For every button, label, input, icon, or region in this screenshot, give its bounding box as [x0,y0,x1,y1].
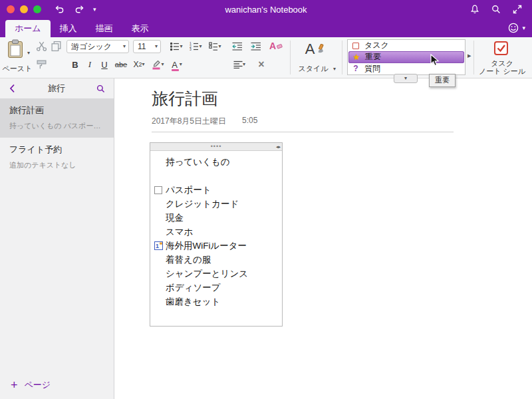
tag-item-important[interactable]: ★ 重要 [348,51,464,63]
note-line-text[interactable]: スマホ [166,226,193,238]
paragraph-alignment-button[interactable]: ▾ [229,58,249,71]
titlebar-actions [469,0,523,19]
note-line[interactable]: シャンプーとリンス [150,267,282,281]
highlight-color-button[interactable]: ▾ [149,58,167,71]
feedback-smiley-button[interactable]: ▾ [507,22,525,34]
note-line[interactable]: 着替えの服 [150,253,282,267]
note-line[interactable]: 歯磨きセット [150,295,282,309]
tag-item-task[interactable]: タスク [348,40,465,51]
subscript-button[interactable]: X2 ▾ [131,58,147,71]
note-line-text[interactable]: 海外用WiFiルーター [166,240,247,252]
window-controls [7,5,41,13]
task-note-seal-button[interactable] [493,40,509,56]
todo-checkbox[interactable] [154,186,162,194]
format-painter-icon[interactable] [36,59,47,70]
page-time[interactable]: 5:05 [242,116,257,127]
tab-view[interactable]: 表示 [122,20,158,37]
paste-button[interactable] [7,39,24,59]
subscript-x-label: X [133,60,138,69]
fullscreen-expand-icon[interactable] [512,4,523,15]
resize-arrows-icon[interactable]: ◂▸ [276,143,281,151]
delete-button[interactable]: × [255,58,268,71]
increase-indent-button[interactable] [248,40,264,53]
strikethrough-button[interactable]: abe [112,58,130,71]
styles-a-icon: A [305,41,315,58]
tab-draw[interactable]: 描画 [86,20,122,37]
font-size-select[interactable]: 11 ▾ [133,40,161,53]
tab-home[interactable]: ホーム [5,20,51,37]
alignment-chevron-icon: ▾ [243,62,245,67]
note-line-text[interactable]: 持っていくもの [166,156,229,168]
smiley-icon [507,22,519,34]
note-line-text[interactable]: ボディソープ [166,282,221,294]
zoom-window-button[interactable] [33,5,41,13]
note-line[interactable]: 持っていくもの [150,155,282,169]
checklist-button[interactable]: ▾ [206,40,224,53]
tag-tooltip: 重要 [429,74,456,87]
notifications-bell-icon[interactable] [469,4,480,15]
note-line[interactable]: スマホ [150,225,282,239]
sidebar-header: 旅行 [0,78,114,98]
page-item-title: 旅行計画 [9,104,104,116]
bullet-list-chevron-icon: ▾ [180,44,182,49]
note-line[interactable]: ボディソープ [150,281,282,295]
page-item-subtitle: 持っていくもの パスポー… [9,121,104,131]
font-name-select[interactable]: 游ゴシック ▾ [66,40,129,53]
note-line-text[interactable]: 着替えの服 [166,254,211,266]
numbered-list-icon: 1 2 3 [190,42,199,51]
onenote-window: ▾ wanichan's Notebook ホーム [0,0,532,399]
note-line-text[interactable]: パスポート [166,184,211,196]
close-window-button[interactable] [7,5,15,13]
sidebar-search-icon[interactable] [96,84,106,94]
page-list-item[interactable]: フライト予約 追加のテキストなし [0,138,114,177]
priority-1-flag-icon[interactable]: 1 [154,241,163,250]
italic-button[interactable]: I [83,58,96,71]
search-icon[interactable] [491,4,501,15]
page-date[interactable]: 2017年8月5日土曜日 [152,116,226,127]
undo-icon[interactable] [55,4,65,15]
strikethrough-label: abe [115,61,127,68]
decrease-indent-button[interactable] [229,40,245,53]
note-line[interactable]: クレジットカード [150,197,282,211]
tag-item-question[interactable]: ? 質問 [348,63,465,74]
clear-formatting-button[interactable]: A [268,39,284,53]
note-line-blank[interactable] [150,169,282,183]
underline-button[interactable]: U [98,58,111,71]
note-container: •••• ◂▸ 持っていくもの パスポート [150,142,283,327]
redo-icon[interactable] [74,4,84,15]
font-color-chevron-icon: ▾ [180,62,182,67]
paste-menu-chevron-icon[interactable]: ▾ [27,51,30,56]
note-container-drag-handle[interactable]: •••• ◂▸ [150,143,282,151]
note-line[interactable]: 1 海外用WiFiルーター [150,239,282,253]
font-color-button[interactable]: A ▾ [168,58,186,71]
back-chevron-icon[interactable] [8,83,17,94]
highlight-chevron-icon: ▾ [161,62,164,67]
customize-toolbar-chevron-icon[interactable]: ▾ [93,7,96,13]
copy-icon[interactable] [51,41,62,52]
align-left-icon [233,61,243,68]
styles-button[interactable]: A [297,39,334,60]
cut-scissors-icon[interactable] [36,41,47,52]
note-line[interactable]: 現金 [150,211,282,225]
bold-button[interactable]: B [68,58,82,71]
page-item-title: フライト予約 [9,144,104,156]
numbered-list-button[interactable]: 1 2 3 ▾ [187,40,205,53]
bullet-list-button[interactable]: ▾ [168,40,186,53]
minimize-window-button[interactable] [20,5,28,13]
tab-insert[interactable]: 挿入 [51,20,86,37]
note-line[interactable]: パスポート [150,183,282,197]
note-line-text[interactable]: 歯磨きセット [166,296,220,308]
note-line-text[interactable]: シャンプーとリンス [166,268,248,280]
page-list-item-selected[interactable]: 旅行計画 持っていくもの パスポー… [0,98,114,138]
ribbon-home: ▾ ペースト 游ゴシック ▾ 11 ▾ [0,37,532,78]
styles-chevron-icon[interactable]: ▾ [333,66,336,72]
note-line-text[interactable]: 現金 [166,212,184,224]
decrease-indent-icon [232,42,243,51]
add-page-button[interactable]: + ページ [11,379,51,391]
bullet-list-icon [170,42,180,51]
page-title[interactable]: 旅行計画 [152,88,532,110]
note-line-text[interactable]: クレジットカード [166,198,239,210]
page-canvas[interactable]: 旅行計画 2017年8月5日土曜日 5:05 •••• ◂▸ 持っていくもの [114,78,532,399]
tag-gallery-scroll-right-icon[interactable]: ▸ [467,51,471,60]
tag-gallery-dropdown-button[interactable]: ▾ [394,74,418,83]
